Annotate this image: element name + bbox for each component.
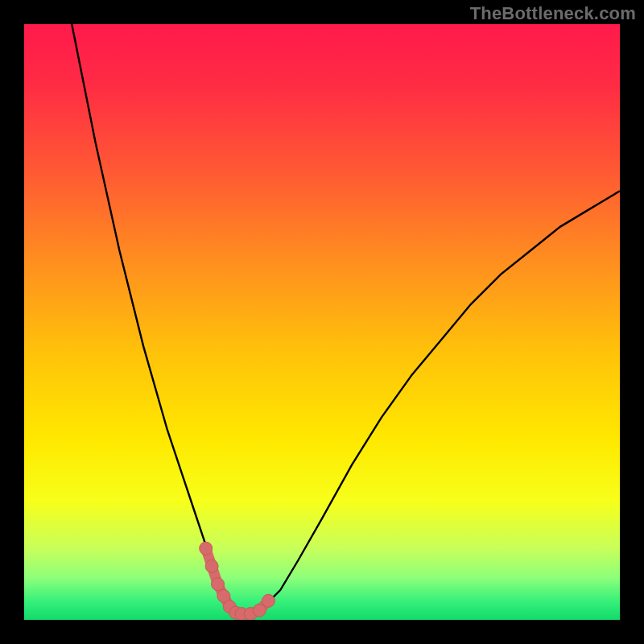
datapoint-dot [262,594,275,607]
watermark-text: TheBottleneck.com [470,3,636,24]
plot-area [24,24,620,620]
datapoint-dot [212,578,225,591]
gradient-background [24,24,620,620]
chart-svg [24,24,620,620]
chart-frame: TheBottleneck.com [0,0,644,644]
datapoint-dot [200,542,213,555]
datapoint-dot [205,559,218,572]
